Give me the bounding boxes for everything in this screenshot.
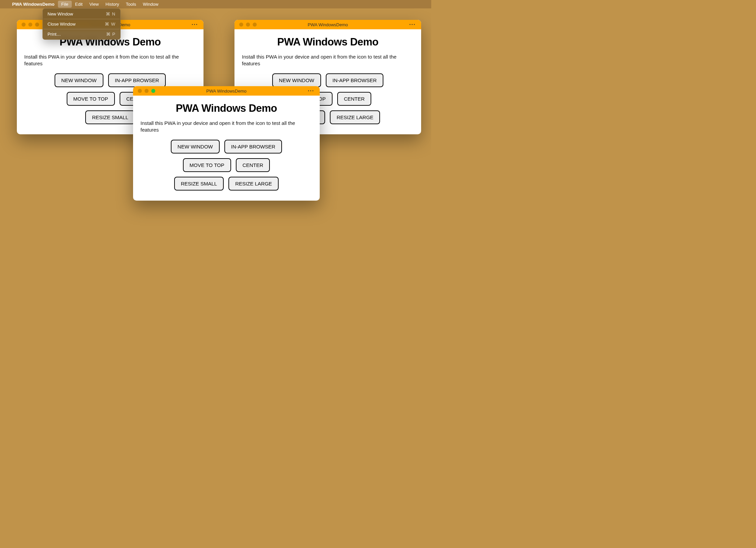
menu-item-shortcut: ⌘ P: [106, 32, 116, 37]
page-subtext: Install this PWA in your device and open…: [24, 54, 196, 67]
window-title: PWA WindowsDemo: [308, 22, 348, 27]
menu-item-print[interactable]: Print… ⌘ P: [43, 31, 120, 38]
in-app-browser-button[interactable]: IN-APP BROWSER: [326, 73, 383, 87]
menu-item-new-window[interactable]: New Window ⌘ N: [43, 10, 120, 18]
menubar-item-file[interactable]: File: [58, 1, 72, 8]
overflow-icon[interactable]: ···: [409, 22, 416, 28]
move-to-top-button[interactable]: MOVE TO TOP: [67, 92, 115, 106]
menubar-item-view[interactable]: View: [86, 1, 102, 8]
move-to-top-button[interactable]: MOVE TO TOP: [183, 158, 231, 172]
page-title: PWA Windows Demo: [140, 102, 312, 114]
center-button[interactable]: CENTER: [337, 92, 372, 106]
menu-separator: [43, 29, 120, 29]
window-body: PWA Windows Demo Install this PWA in you…: [133, 96, 320, 201]
minimize-icon[interactable]: [28, 23, 32, 27]
file-menu-dropdown: New Window ⌘ N Close Window ⌘ W Print… ⌘…: [42, 8, 121, 40]
minimize-icon[interactable]: [246, 23, 250, 27]
overflow-icon[interactable]: ···: [192, 22, 198, 28]
menu-separator: [43, 19, 120, 19]
close-icon[interactable]: [138, 89, 142, 93]
window-title: PWA WindowsDemo: [206, 89, 246, 94]
maximize-icon[interactable]: [253, 23, 257, 27]
close-icon[interactable]: [22, 23, 26, 27]
titlebar[interactable]: PWA WindowsDemo ···: [234, 20, 421, 29]
in-app-browser-button[interactable]: IN-APP BROWSER: [108, 73, 166, 87]
traffic-lights: [22, 23, 39, 27]
button-grid: NEW WINDOW IN-APP BROWSER MOVE TO TOP CE…: [140, 140, 312, 191]
center-button[interactable]: CENTER: [236, 158, 270, 172]
menu-item-shortcut: ⌘ N: [106, 11, 116, 16]
in-app-browser-button[interactable]: IN-APP BROWSER: [224, 140, 282, 153]
menubar-item-window[interactable]: Window: [139, 1, 162, 8]
new-window-button[interactable]: NEW WINDOW: [171, 140, 220, 153]
page-subtext: Install this PWA in your device and open…: [242, 54, 414, 67]
menubar-item-history[interactable]: History: [102, 1, 122, 8]
resize-large-button[interactable]: RESIZE LARGE: [330, 110, 380, 124]
titlebar[interactable]: PWA WindowsDemo ···: [133, 86, 320, 96]
menubar-item-tools[interactable]: Tools: [123, 1, 139, 8]
resize-small-button[interactable]: RESIZE SMALL: [174, 177, 224, 191]
maximize-icon[interactable]: [35, 23, 39, 27]
traffic-lights: [239, 23, 257, 27]
new-window-button[interactable]: NEW WINDOW: [272, 73, 321, 87]
menubar-app-name[interactable]: PWA WindowsDemo: [9, 1, 58, 8]
page-subtext: Install this PWA in your device and open…: [140, 120, 312, 134]
menu-item-label: Close Window: [48, 22, 75, 27]
overflow-icon[interactable]: ···: [308, 88, 314, 94]
resize-large-button[interactable]: RESIZE LARGE: [228, 177, 279, 191]
menubar: PWA WindowsDemo File Edit View History T…: [0, 0, 431, 8]
menu-item-label: New Window: [48, 11, 73, 16]
app-window-3: PWA WindowsDemo ··· PWA Windows Demo Ins…: [133, 86, 320, 201]
new-window-button[interactable]: NEW WINDOW: [55, 73, 103, 87]
traffic-lights: [138, 89, 155, 93]
minimize-icon[interactable]: [145, 89, 149, 93]
menu-item-close-window[interactable]: Close Window ⌘ W: [43, 21, 120, 28]
menubar-item-edit[interactable]: Edit: [72, 1, 86, 8]
close-icon[interactable]: [239, 23, 243, 27]
resize-small-button[interactable]: RESIZE SMALL: [85, 110, 135, 124]
maximize-icon[interactable]: [151, 89, 155, 93]
menu-item-label: Print…: [48, 32, 61, 37]
page-title: PWA Windows Demo: [242, 36, 414, 48]
menu-item-shortcut: ⌘ W: [105, 22, 116, 27]
